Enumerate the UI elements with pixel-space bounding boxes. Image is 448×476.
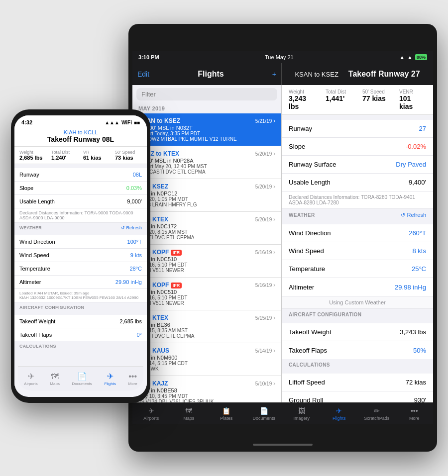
phone-flights-icon: ✈ [107, 372, 113, 381]
flight-detail: May 14, 5:15 PM CDT [138, 361, 275, 366]
airports-icon: ✈ [148, 407, 154, 415]
phone-takeoff-flaps-label: Takeoff Flaps [19, 332, 52, 338]
tab-more[interactable]: ••• More [399, 407, 429, 421]
phone-tab-maps[interactable]: 🗺 Maps [50, 372, 60, 386]
liftoff-speed-row: Liftoff Speed 72 kias [282, 374, 433, 391]
phone-weather-section: Wind Direction 100°T Wind Speed 9 kts Te… [14, 235, 147, 302]
phone-tab-more[interactable]: ••• More [128, 372, 137, 386]
phone-aircraft-label: AIRCRAFT CONFIGURATION [14, 302, 147, 311]
tablet-status-bar: 3:10 PM Tue May 21 ▲ ▲ 88% [132, 51, 433, 63]
weight-stat: Weight 3,243 lbs [289, 89, 316, 110]
slope-row: Slope -0.02% [282, 138, 433, 156]
flight-alt: 17,000' MSL in N032T [138, 125, 275, 131]
ground-roll-label: Ground Roll [289, 396, 323, 402]
tab-airports[interactable]: ✈ Airports [136, 407, 166, 421]
tab-more-label: More [409, 416, 420, 421]
surface-value: Dry Paved [396, 161, 426, 168]
phone-more-icon: ••• [128, 372, 137, 381]
phone-aircraft-section: Takeoff Weight 2,685 lbs Takeoff Flaps 0… [14, 315, 147, 341]
tab-documents[interactable]: 📄 Documents [249, 407, 279, 421]
flight-alt: 6,000' MSL in N0P28A [138, 158, 275, 164]
tab-scratchpads[interactable]: ✏ ScratchPads [362, 407, 392, 421]
flight-alt: MSL in N0C510 [138, 256, 275, 262]
takeoff-flaps-label: Takeoff Flaps [289, 347, 327, 354]
tab-flights[interactable]: ✈ Flights [324, 407, 354, 421]
flight-date: 5/15/19 › [255, 314, 275, 321]
phone-weight-stat: Weight 2,685 lbs [19, 150, 46, 161]
flight-waypoints: JS V134 DBL V361 ICIES 3RUUK [138, 399, 275, 402]
may-2019-header: MAY 2019 [132, 103, 281, 113]
phone-calculations-label: CALCULATIONS [14, 341, 147, 350]
flight-alt: MSL in N0M600 [138, 355, 275, 361]
phone-tab-documents[interactable]: 📄 Documents [72, 372, 92, 386]
phone-usable-length-row: Usable Length 9,000' [14, 195, 147, 208]
edit-button[interactable]: Edit [137, 70, 149, 78]
weather-section: Wind Direction 260°T Wind Speed 8 kts Te… [282, 224, 433, 296]
wind-speed-value: 8 kts [413, 247, 426, 255]
flight-waypoints: GILBI V511 NEWER [138, 268, 275, 273]
venr-value: 101 kias [399, 95, 426, 110]
phone-usable-length-value: 9,000' [127, 198, 142, 204]
phone-takeoff-weight-row: Takeoff Weight 2,685 lbs [14, 315, 147, 328]
documents-icon: 📄 [260, 407, 268, 415]
phone-nav-bar: KIAH to KCLL Takeoff Runway 08L [14, 127, 147, 147]
wind-dir-label: Wind Direction [289, 229, 331, 237]
add-flight-button[interactable]: + [272, 70, 276, 78]
phone-tab-airports[interactable]: ✈ Airports [24, 372, 38, 386]
phone-total-dist-stat: Total Dist 1,240' [51, 150, 78, 161]
calculations-label: CALCULATIONS [282, 359, 433, 369]
ground-roll-value: 930' [414, 396, 426, 402]
phone-weight-label: Weight [19, 150, 46, 155]
phone-altimeter-row: Altimeter 29.90 inHg [14, 276, 147, 289]
50ft-speed-value: 77 kias [362, 95, 389, 102]
flight-waypoints: INW CASTI DVC ETL CEPMA [138, 169, 275, 175]
flight-item[interactable]: ... to KOPF IFR 5/16/19 › MSL in N0C510 … [132, 245, 281, 278]
flight-item[interactable]: ... to KTEX 5/20/19 › MSL in N0C172 May … [132, 212, 281, 245]
flight-date: 5/21/19 › [255, 117, 275, 124]
usable-length-value: 9,400' [409, 179, 426, 186]
50ft-speed-stat: 50' Speed 77 kias [362, 89, 389, 110]
scratchpads-icon: ✏ [374, 407, 380, 415]
flight-item[interactable]: ... to KAUS 5/14/19 › MSL in N0M600 May … [132, 343, 281, 376]
filter-input[interactable] [136, 88, 277, 100]
phone-status-bar: 4:32 ▲▲▲ WiFi ■■ [14, 115, 147, 127]
phone-weather-label: WEATHER [19, 225, 42, 230]
flight-item[interactable]: KSEZ to KTEX 5/20/19 › 6,000' MSL in N0P… [132, 146, 281, 179]
phone-takeoff-weight-label: Takeoff Weight [19, 318, 55, 324]
refresh-button[interactable]: ↺ Refresh [401, 212, 426, 218]
flight-list-panel: MAY 2019 KSAN to KSEZ 5/21/19 › 17,000' … [132, 85, 282, 402]
flight-date: 5/20/19 › [255, 183, 275, 190]
takeoff-weight-value: 3,243 lbs [400, 328, 426, 336]
phone-runway-value: 08L [133, 172, 142, 178]
flight-item[interactable]: ... to KTEX 5/15/19 › MSL in BE36 May 15… [132, 310, 281, 343]
flight-item[interactable]: ... to KAJZ 5/10/19 › MSL in N0BE58 May … [132, 376, 281, 402]
phone-wind-dir-value: 100°T [127, 239, 142, 245]
flight-waypoints: SAYOW2 MTBAL PKE MUMTE V12 TURNE [138, 136, 275, 142]
phone-takeoff-title: Takeoff Runway 08L [19, 135, 142, 143]
tab-maps[interactable]: 🗺 Maps [174, 407, 204, 421]
phone-wind-dir-label: Wind Direction [19, 239, 55, 245]
flight-detail: May 20, 1:05 PM MDT [138, 196, 275, 202]
flight-item[interactable]: ... to KSEZ 5/20/19 › MSL in N0PC12 May … [132, 179, 281, 212]
flight-waypoints: DU CWK [138, 366, 275, 372]
tab-plates[interactable]: 📋 Plates [212, 407, 241, 421]
phone-runway-label: Runway [19, 172, 39, 178]
search-bar [132, 85, 281, 103]
flight-waypoints: ...128 LRAIN HMFRY FLG [138, 202, 275, 207]
phone-takeoff-flaps-value: 0° [136, 332, 142, 338]
phone-tab-flights[interactable]: ✈ Flights [104, 372, 116, 386]
altimeter-value: 29.98 inHg [395, 284, 426, 291]
wind-speed-label: Wind Speed [289, 247, 324, 255]
more-icon: ••• [411, 407, 418, 415]
flight-alt: MSL in BE36 [138, 322, 275, 328]
flight-item[interactable]: ... to KOPF IFR 5/16/19 › MSL in N0C510 … [132, 278, 281, 310]
flight-item[interactable]: KSAN to KSEZ 5/21/19 › 17,000' MSL in N0… [132, 113, 281, 146]
phone-usable-length-label: Usable Length [19, 198, 55, 204]
weather-label: WEATHER [289, 212, 315, 218]
phone-weight-value: 2,685 lbs [19, 155, 46, 161]
flight-date: 5/16/19 › [255, 249, 275, 256]
tab-imagery[interactable]: 🖼 Imagery [287, 407, 317, 421]
phone-refresh-button[interactable]: ↺ Refresh [121, 225, 142, 230]
flight-date: 5/10/19 › [255, 380, 275, 387]
tablet-nav-left: Edit Flights + [132, 63, 282, 85]
